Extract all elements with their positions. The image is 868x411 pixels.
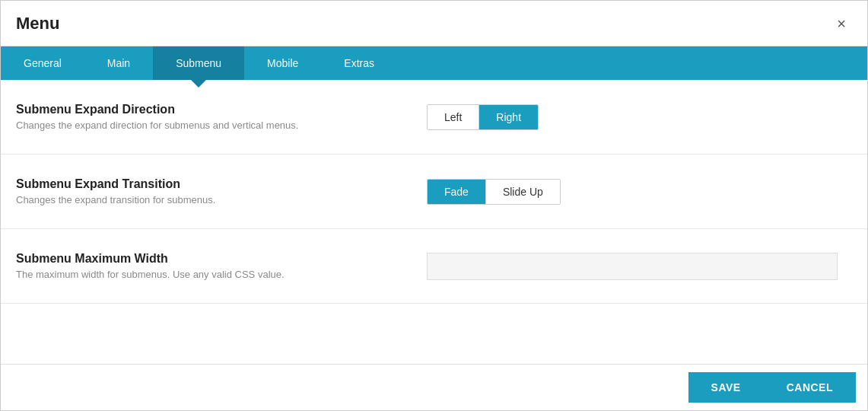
close-button[interactable]: × (831, 13, 852, 34)
expand-direction-desc: Changes the expand direction for submenu… (16, 119, 427, 131)
setting-expand-transition: Submenu Expand Transition Changes the ex… (1, 155, 867, 229)
dialog-title: Menu (16, 14, 59, 33)
direction-right-button[interactable]: Right (479, 105, 538, 129)
direction-left-button[interactable]: Left (428, 105, 479, 129)
tabs-bar: General Main Submenu Mobile Extras (1, 46, 867, 80)
tab-main[interactable]: Main (84, 46, 153, 80)
setting-label-area-transition: Submenu Expand Transition Changes the ex… (16, 177, 427, 206)
setting-expand-direction: Submenu Expand Direction Changes the exp… (1, 80, 867, 155)
expand-transition-control: Fade Slide Up (427, 179, 852, 205)
max-width-desc: The maximum width for submenus. Use any … (16, 269, 427, 280)
tab-mobile[interactable]: Mobile (244, 46, 321, 80)
expand-transition-label: Submenu Expand Transition (16, 177, 427, 191)
setting-label-area-max-width: Submenu Maximum Width The maximum width … (16, 252, 427, 280)
tab-extras[interactable]: Extras (321, 46, 397, 80)
max-width-label: Submenu Maximum Width (16, 252, 427, 266)
expand-direction-label: Submenu Expand Direction (16, 103, 427, 116)
tab-submenu[interactable]: Submenu (153, 46, 244, 80)
dialog: Menu × General Main Submenu Mobile Extra… (0, 0, 868, 411)
cancel-button[interactable]: CANCEL (764, 372, 856, 403)
save-button[interactable]: SAVE (688, 372, 764, 403)
transition-fade-button[interactable]: Fade (428, 180, 486, 204)
expand-transition-desc: Changes the expand transition for submen… (16, 194, 427, 206)
expand-transition-toggle: Fade Slide Up (427, 179, 561, 205)
transition-slide-up-button[interactable]: Slide Up (486, 180, 560, 204)
expand-direction-toggle: Left Right (427, 104, 539, 130)
setting-label-area-direction: Submenu Expand Direction Changes the exp… (16, 103, 427, 131)
content-area: Submenu Expand Direction Changes the exp… (1, 80, 867, 364)
max-width-control (427, 253, 852, 280)
max-width-input[interactable] (427, 253, 838, 280)
dialog-header: Menu × (1, 1, 867, 46)
dialog-footer: SAVE CANCEL (1, 364, 867, 410)
setting-max-width: Submenu Maximum Width The maximum width … (1, 229, 867, 304)
tab-general[interactable]: General (1, 46, 84, 80)
expand-direction-control: Left Right (427, 104, 852, 130)
